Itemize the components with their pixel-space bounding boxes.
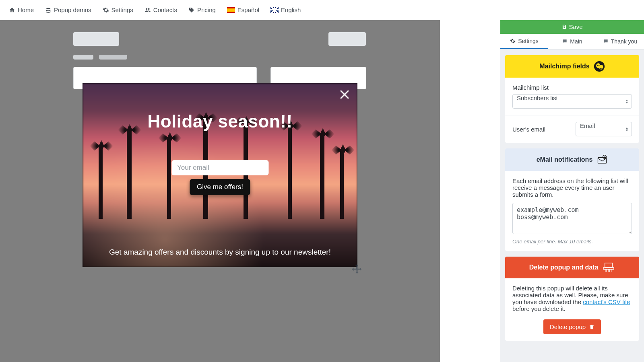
save-button[interactable]: Save xyxy=(500,20,644,34)
nav-spanish-label: Español xyxy=(237,6,259,13)
settings-sidebar: Save Settings Main Thank you Mailchimp f… xyxy=(500,20,644,362)
mailchimp-email-label: User's email xyxy=(512,126,571,133)
svg-rect-8 xyxy=(605,263,613,267)
nav-popup-demos-label: Popup demos xyxy=(54,6,91,13)
email-notif-body: Each email address on the following list… xyxy=(505,171,639,251)
panel-danger-title: Delete popup and data xyxy=(529,264,599,271)
panel-email-header: eMail notifications @ xyxy=(505,148,639,171)
panel-danger: Delete popup and data Deleting this popu… xyxy=(505,257,639,341)
mailchimp-list-label: Mailchimp list xyxy=(512,84,632,91)
panel-mailchimp-header: Mailchimp fields xyxy=(505,55,639,78)
email-notif-textarea[interactable] xyxy=(512,203,632,234)
nav-settings[interactable]: Settings xyxy=(97,6,139,13)
nav-pricing-label: Pricing xyxy=(197,6,216,13)
email-notif-hint: One email per line. Max 10 emails. xyxy=(512,239,632,245)
mailchimp-list-select[interactable]: Subscribers list xyxy=(512,94,632,109)
workspace: Holiday season!! Give me offers! Get ama… xyxy=(0,20,644,362)
panel-danger-header: Delete popup and data xyxy=(505,257,639,278)
email-notif-desc: Each email address on the following list… xyxy=(512,177,632,198)
nav-contacts-label: Contacts xyxy=(153,6,177,13)
popup-subtitle[interactable]: Get amazing offers and discounts by sign… xyxy=(83,248,357,257)
delete-popup-button[interactable]: Delete popup xyxy=(543,319,601,334)
mailchimp-email-row: User's email Email ▴▾ xyxy=(505,115,639,143)
popup-cta-button[interactable]: Give me offers! xyxy=(190,179,250,195)
home-icon xyxy=(9,7,15,13)
tab-thank-you-label: Thank you xyxy=(611,38,637,45)
svg-point-3 xyxy=(597,65,598,66)
contacts-csv-link[interactable]: contact's CSV file xyxy=(583,298,630,305)
tab-main-label: Main xyxy=(570,38,582,45)
svg-rect-9 xyxy=(603,267,614,269)
popup-title[interactable]: Holiday season!! xyxy=(83,111,357,132)
nav-contacts[interactable]: Contacts xyxy=(139,6,183,13)
popup-email-input[interactable] xyxy=(171,160,268,175)
stack-icon xyxy=(45,7,52,13)
nav-settings-label: Settings xyxy=(111,6,133,13)
gear-icon xyxy=(103,7,109,13)
trash-icon xyxy=(589,324,594,330)
message-filled-icon xyxy=(603,39,609,44)
tab-main[interactable]: Main xyxy=(548,34,596,49)
tab-settings[interactable]: Settings xyxy=(500,34,548,49)
save-label: Save xyxy=(569,23,582,30)
tab-thank-you[interactable]: Thank you xyxy=(596,34,644,49)
nav-home[interactable]: Home xyxy=(3,6,39,13)
shredder-icon xyxy=(602,262,615,273)
gear-icon xyxy=(510,38,516,44)
nav-english[interactable]: English xyxy=(265,6,306,13)
nav-pricing[interactable]: Pricing xyxy=(183,6,221,13)
mailchimp-icon xyxy=(594,61,605,72)
flag-es-icon xyxy=(227,7,235,13)
nav-home-label: Home xyxy=(18,6,34,13)
mailchimp-email-value: Email xyxy=(580,122,595,129)
popup-preview[interactable]: Holiday season!! Give me offers! Get ama… xyxy=(83,83,357,267)
move-handle-icon[interactable] xyxy=(350,263,364,277)
message-icon xyxy=(562,39,568,44)
mailchimp-email-select[interactable]: Email xyxy=(576,122,632,136)
save-icon xyxy=(561,24,567,30)
mailchimp-list-value: Subscribers list xyxy=(517,95,558,101)
nav-english-label: English xyxy=(281,6,301,13)
tab-settings-label: Settings xyxy=(518,38,539,44)
close-icon[interactable] xyxy=(339,89,350,100)
danger-body: Deleting this popup will delete all its … xyxy=(505,278,639,341)
delete-popup-label: Delete popup xyxy=(550,323,586,330)
nav-spanish[interactable]: Español xyxy=(221,6,265,13)
users-icon xyxy=(144,7,151,13)
mailchimp-list-row: Mailchimp list Subscribers list ▴▾ xyxy=(505,78,639,115)
panel-email-notif: eMail notifications @ Each email address… xyxy=(505,148,639,251)
panel-mailchimp: Mailchimp fields Mailchimp list Subscrib… xyxy=(505,55,639,143)
panel-mailchimp-title: Mailchimp fields xyxy=(539,63,589,70)
top-nav: Home Popup demos Settings Contacts Prici… xyxy=(0,0,644,20)
nav-popup-demos[interactable]: Popup demos xyxy=(39,6,97,13)
tag-icon xyxy=(188,7,195,13)
sidebar-tabs: Settings Main Thank you xyxy=(500,34,644,49)
svg-text:@: @ xyxy=(603,156,606,158)
flag-en-icon xyxy=(270,7,279,13)
svg-point-4 xyxy=(599,65,600,66)
panel-email-title: eMail notifications xyxy=(537,156,593,163)
mail-icon: @ xyxy=(597,154,608,165)
danger-desc: Deleting this popup will delete all its … xyxy=(512,285,632,312)
